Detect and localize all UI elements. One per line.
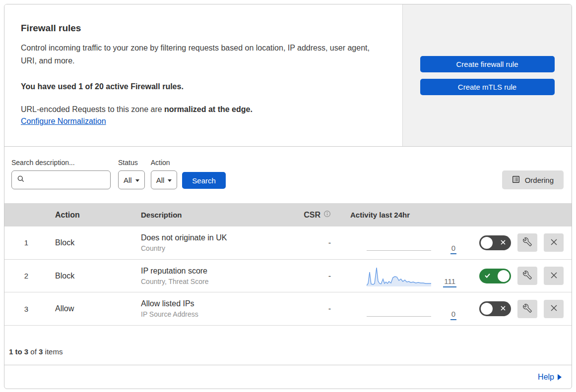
action-filter-group: Action All bbox=[151, 159, 178, 189]
rule-priority: 1 bbox=[4, 238, 48, 247]
summary-items: items bbox=[43, 347, 63, 356]
rule-description-cell: IP reputation score Country, Threat Scor… bbox=[131, 267, 290, 285]
rule-activity-cell: 0 bbox=[335, 298, 456, 319]
activity-count-link[interactable]: 0 bbox=[450, 244, 456, 254]
activity-count-link[interactable]: 111 bbox=[443, 277, 456, 287]
rule-fields: Country, Threat Score bbox=[141, 278, 290, 285]
rule-priority: 2 bbox=[4, 272, 48, 280]
toggle-knob bbox=[481, 237, 493, 249]
rule-controls bbox=[456, 300, 572, 318]
rule-description-cell: Does not originate in UK Country bbox=[131, 233, 290, 252]
search-icon bbox=[17, 175, 25, 185]
action-label: Action bbox=[151, 159, 178, 167]
rule-csr-value: - bbox=[290, 238, 335, 247]
table-row: 1 Block Does not originate in UK Country… bbox=[4, 226, 572, 260]
edit-rule-button[interactable] bbox=[517, 267, 537, 285]
rule-priority: 3 bbox=[4, 305, 48, 313]
normalization-line: URL-encoded Requests to this zone are no… bbox=[21, 105, 383, 114]
info-icon[interactable] bbox=[323, 210, 331, 220]
pagination-summary: 1 to 3 of 3 items bbox=[4, 326, 572, 365]
summary-of: of bbox=[28, 347, 39, 356]
column-activity: Activity last 24hr bbox=[335, 211, 456, 219]
chevron-down-icon bbox=[168, 179, 172, 182]
ordering-button-label: Ordering bbox=[525, 176, 554, 184]
status-filter-group: Status All bbox=[118, 159, 145, 189]
search-input-wrapper bbox=[11, 170, 111, 189]
wrench-icon bbox=[523, 271, 532, 281]
ordering-list-icon bbox=[512, 175, 520, 185]
check-icon bbox=[484, 272, 491, 281]
table-row: 2 Block IP reputation score Country, Thr… bbox=[4, 260, 572, 293]
edit-rule-button[interactable] bbox=[517, 300, 537, 318]
status-label: Status bbox=[118, 159, 145, 167]
activity-count-link[interactable]: 0 bbox=[450, 310, 456, 320]
column-csr: CSR bbox=[290, 210, 335, 220]
edit-rule-button[interactable] bbox=[517, 233, 537, 252]
help-bar: Help bbox=[4, 365, 572, 389]
x-icon bbox=[500, 305, 507, 314]
status-select[interactable]: All bbox=[118, 170, 145, 189]
help-link[interactable]: Help bbox=[538, 373, 562, 382]
header-section: Firewall rules Control incoming traffic … bbox=[4, 4, 572, 147]
search-input[interactable] bbox=[29, 176, 110, 184]
action-select[interactable]: All bbox=[151, 170, 178, 189]
rule-controls bbox=[456, 267, 572, 285]
header-text-block: Firewall rules Control incoming traffic … bbox=[4, 4, 402, 146]
rule-enabled-toggle[interactable] bbox=[479, 235, 511, 250]
action-select-value: All bbox=[156, 176, 165, 184]
rule-activity-cell: 0 bbox=[335, 232, 456, 253]
rule-description-cell: Allow listed IPs IP Source Address bbox=[131, 299, 290, 318]
x-icon bbox=[500, 239, 507, 248]
rule-action: Block bbox=[48, 272, 131, 280]
rule-action: Allow bbox=[48, 304, 131, 313]
actions-panel: Create firewall rule Create mTLS rule bbox=[402, 4, 572, 146]
toggle-knob bbox=[481, 303, 493, 315]
rule-csr-value: - bbox=[290, 304, 335, 313]
activity-sparkline bbox=[367, 266, 431, 286]
delete-rule-button[interactable] bbox=[544, 267, 564, 285]
chevron-down-icon bbox=[135, 179, 139, 182]
activity-sparkline-empty bbox=[367, 232, 431, 253]
rule-action: Block bbox=[48, 238, 131, 247]
normalization-bold: normalized at the edge. bbox=[164, 105, 253, 113]
search-label: Search description... bbox=[11, 159, 118, 167]
wrench-icon bbox=[523, 304, 532, 314]
column-action: Action bbox=[48, 211, 131, 220]
rule-enabled-toggle[interactable] bbox=[479, 301, 511, 316]
page-title: Firewall rules bbox=[21, 23, 383, 34]
usage-note: You have used 1 of 20 active Firewall ru… bbox=[21, 82, 383, 91]
help-link-label: Help bbox=[538, 373, 554, 382]
activity-sparkline-empty bbox=[367, 298, 431, 319]
status-select-value: All bbox=[124, 176, 132, 184]
rule-title: IP reputation score bbox=[141, 267, 290, 276]
normalization-text: URL-encoded Requests to this zone are bbox=[21, 105, 164, 113]
delete-rule-button[interactable] bbox=[544, 300, 564, 318]
rule-csr-value: - bbox=[290, 272, 335, 280]
ordering-button[interactable]: Ordering bbox=[502, 170, 564, 189]
create-mtls-rule-button[interactable]: Create mTLS rule bbox=[420, 79, 555, 95]
rule-title: Does not originate in UK bbox=[141, 233, 290, 242]
close-icon bbox=[550, 238, 558, 248]
rule-fields: IP Source Address bbox=[141, 310, 290, 318]
search-group: Search description... bbox=[11, 159, 118, 189]
create-firewall-rule-button[interactable]: Create firewall rule bbox=[420, 56, 555, 72]
search-button[interactable]: Search bbox=[182, 172, 226, 189]
summary-range: 1 to 3 bbox=[9, 347, 28, 356]
rule-title: Allow listed IPs bbox=[141, 299, 290, 308]
table-header-row: Action Description CSR Activity last 24h… bbox=[4, 203, 572, 226]
rule-controls bbox=[456, 233, 572, 252]
close-icon bbox=[550, 271, 558, 281]
filter-bar: Search description... Status All Action … bbox=[4, 147, 572, 203]
csr-header-label: CSR bbox=[304, 211, 320, 220]
rule-enabled-toggle[interactable] bbox=[479, 269, 511, 283]
rule-activity-cell: 111 bbox=[335, 266, 456, 286]
arrow-right-icon bbox=[558, 374, 562, 380]
delete-rule-button[interactable] bbox=[544, 233, 564, 252]
configure-normalization-link[interactable]: Configure Normalization bbox=[21, 117, 106, 126]
wrench-icon bbox=[523, 237, 532, 248]
page-description: Control incoming traffic to your zone by… bbox=[21, 42, 383, 67]
table-row: 3 Allow Allow listed IPs IP Source Addre… bbox=[4, 292, 572, 326]
close-icon bbox=[550, 304, 558, 314]
column-description: Description bbox=[131, 211, 290, 219]
firewall-rules-card: Firewall rules Control incoming traffic … bbox=[4, 4, 572, 389]
